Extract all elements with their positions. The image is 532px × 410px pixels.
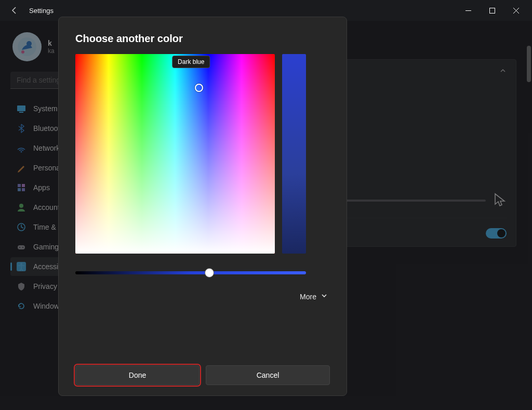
window-title: Settings: [25, 7, 54, 15]
color-field-handle[interactable]: [195, 84, 203, 92]
cancel-button[interactable]: Cancel: [206, 365, 330, 385]
dialog-title: Choose another color: [75, 33, 330, 45]
color-picker-dialog: Choose another color Dark blue More Done…: [58, 17, 347, 396]
svg-rect-1: [489, 8, 495, 13]
value-slider-thumb[interactable]: [205, 268, 214, 277]
color-tooltip: Dark blue: [172, 56, 210, 68]
back-button[interactable]: [4, 0, 25, 21]
value-strip[interactable]: [282, 54, 306, 254]
value-slider[interactable]: [75, 271, 306, 274]
close-button[interactable]: [504, 2, 528, 19]
color-field[interactable]: Dark blue: [75, 54, 275, 254]
chevron-down-icon: [321, 292, 328, 301]
maximize-button[interactable]: [480, 2, 504, 19]
done-button[interactable]: Done: [75, 365, 200, 385]
minimize-button[interactable]: [456, 2, 480, 19]
more-toggle[interactable]: More: [75, 292, 330, 301]
more-label: More: [300, 293, 316, 301]
